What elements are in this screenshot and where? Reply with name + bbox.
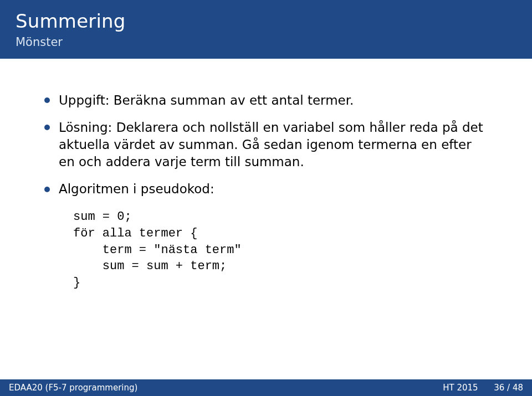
slide-header: Summering Mönster <box>0 0 532 59</box>
bullet-text: Uppgift: Beräkna summan av ett antal ter… <box>59 93 354 107</box>
footer-left: EDAA20 (F5-7 programmering) <box>9 383 137 393</box>
bullet-item: Algoritmen i pseudokod: <box>44 181 488 198</box>
slide-body: Uppgift: Beräkna summan av ett antal ter… <box>0 59 532 379</box>
bullet-text: Lösning: Deklarera och nollställ en vari… <box>59 120 483 169</box>
footer-term: HT 2015 <box>443 383 478 393</box>
bullet-item: Uppgift: Beräkna summan av ett antal ter… <box>44 92 488 109</box>
bullet-item: Lösning: Deklarera och nollställ en vari… <box>44 119 488 171</box>
pseudocode-block: sum = 0; för alla termer { term = "nästa… <box>73 209 488 291</box>
slide-footer: EDAA20 (F5-7 programmering) HT 2015 36 /… <box>0 379 532 396</box>
slide-subtitle: Mönster <box>16 35 516 49</box>
footer-right: HT 2015 36 / 48 <box>443 383 523 393</box>
bullet-text: Algoritmen i pseudokod: <box>59 182 214 196</box>
footer-page: 36 / 48 <box>494 383 523 393</box>
bullet-list: Uppgift: Beräkna summan av ett antal ter… <box>44 92 488 198</box>
slide: Summering Mönster Uppgift: Beräkna summa… <box>0 0 532 396</box>
slide-title: Summering <box>16 10 516 32</box>
